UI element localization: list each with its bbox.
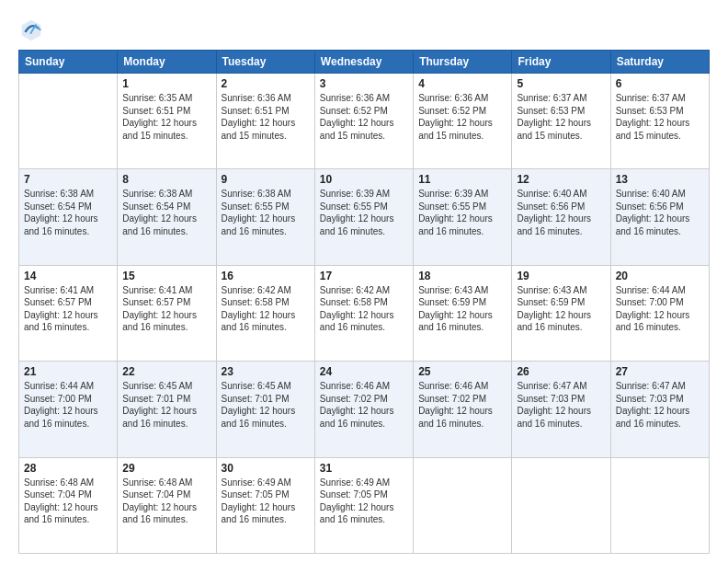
day-info: Sunrise: 6:44 AMSunset: 7:00 PMDaylight:… [24, 380, 112, 430]
day-number: 2 [222, 77, 310, 90]
weekday-header-thursday: Thursday [414, 51, 512, 74]
day-number: 14 [24, 270, 112, 282]
weekday-header-row: SundayMondayTuesdayWednesdayThursdayFrid… [19, 51, 710, 74]
day-info: Sunrise: 6:39 AMSunset: 6:55 PMDaylight:… [418, 188, 506, 237]
day-info: Sunrise: 6:44 AMSunset: 7:00 PMDaylight:… [616, 284, 704, 334]
day-number: 30 [222, 462, 310, 475]
calendar-cell [512, 457, 610, 553]
day-number: 5 [517, 77, 605, 90]
day-number: 3 [320, 77, 408, 90]
calendar-cell: 2Sunrise: 6:36 AMSunset: 6:51 PMDaylight… [216, 74, 314, 169]
calendar-cell: 13Sunrise: 6:40 AMSunset: 6:56 PMDayligh… [610, 169, 709, 265]
day-info: Sunrise: 6:48 AMSunset: 7:04 PMDaylight:… [122, 477, 210, 526]
calendar-cell: 23Sunrise: 6:45 AMSunset: 7:01 PMDayligh… [216, 362, 314, 457]
calendar-cell: 4Sunrise: 6:36 AMSunset: 6:52 PMDaylight… [414, 74, 512, 169]
day-info: Sunrise: 6:49 AMSunset: 7:05 PMDaylight:… [222, 477, 310, 526]
calendar-cell: 9Sunrise: 6:38 AMSunset: 6:55 PMDaylight… [216, 169, 314, 265]
day-info: Sunrise: 6:46 AMSunset: 7:02 PMDaylight:… [418, 380, 506, 430]
day-number: 20 [616, 270, 704, 282]
day-info: Sunrise: 6:45 AMSunset: 7:01 PMDaylight:… [222, 380, 310, 430]
day-number: 11 [418, 173, 506, 186]
day-number: 28 [24, 462, 112, 475]
day-number: 29 [122, 462, 210, 475]
weekday-header-monday: Monday [118, 51, 216, 74]
day-number: 26 [517, 365, 605, 378]
calendar-cell: 27Sunrise: 6:47 AMSunset: 7:03 PMDayligh… [610, 362, 709, 457]
day-number: 10 [320, 173, 408, 186]
day-info: Sunrise: 6:38 AMSunset: 6:54 PMDaylight:… [24, 188, 112, 237]
day-number: 15 [122, 270, 210, 282]
calendar-cell: 20Sunrise: 6:44 AMSunset: 7:00 PMDayligh… [610, 265, 709, 361]
weekday-header-friday: Friday [512, 51, 610, 74]
page: SundayMondayTuesdayWednesdayThursdayFrid… [0, 0, 728, 563]
day-number: 27 [616, 365, 704, 378]
calendar-cell: 21Sunrise: 6:44 AMSunset: 7:00 PMDayligh… [19, 362, 118, 457]
calendar-cell: 11Sunrise: 6:39 AMSunset: 6:55 PMDayligh… [414, 169, 512, 265]
day-info: Sunrise: 6:36 AMSunset: 6:51 PMDaylight:… [222, 92, 310, 142]
calendar-cell: 5Sunrise: 6:37 AMSunset: 6:53 PMDaylight… [512, 74, 610, 169]
calendar-cell: 14Sunrise: 6:41 AMSunset: 6:57 PMDayligh… [19, 265, 118, 361]
calendar-cell [414, 457, 512, 553]
day-info: Sunrise: 6:39 AMSunset: 6:55 PMDaylight:… [320, 188, 408, 237]
day-number: 24 [320, 365, 408, 378]
day-info: Sunrise: 6:40 AMSunset: 6:56 PMDaylight:… [517, 188, 605, 237]
day-info: Sunrise: 6:35 AMSunset: 6:51 PMDaylight:… [122, 92, 210, 142]
day-number: 17 [320, 270, 408, 282]
weekday-header-tuesday: Tuesday [216, 51, 314, 74]
weekday-header-saturday: Saturday [610, 51, 709, 74]
day-info: Sunrise: 6:47 AMSunset: 7:03 PMDaylight:… [517, 380, 605, 430]
calendar-cell: 26Sunrise: 6:47 AMSunset: 7:03 PMDayligh… [512, 362, 610, 457]
day-number: 1 [122, 77, 210, 90]
day-info: Sunrise: 6:47 AMSunset: 7:03 PMDaylight:… [616, 380, 704, 430]
weekday-header-wednesday: Wednesday [314, 51, 413, 74]
day-number: 13 [616, 173, 704, 186]
day-number: 9 [222, 173, 310, 186]
day-number: 18 [418, 270, 506, 282]
day-info: Sunrise: 6:43 AMSunset: 6:59 PMDaylight:… [517, 284, 605, 334]
day-number: 16 [222, 270, 310, 282]
calendar-table: SundayMondayTuesdayWednesdayThursdayFrid… [18, 50, 710, 554]
calendar-cell: 25Sunrise: 6:46 AMSunset: 7:02 PMDayligh… [414, 362, 512, 457]
calendar-cell: 29Sunrise: 6:48 AMSunset: 7:04 PMDayligh… [118, 457, 216, 553]
day-number: 19 [517, 270, 605, 282]
calendar-week-row: 7Sunrise: 6:38 AMSunset: 6:54 PMDaylight… [19, 169, 710, 265]
calendar-cell: 17Sunrise: 6:42 AMSunset: 6:58 PMDayligh… [314, 265, 413, 361]
day-info: Sunrise: 6:42 AMSunset: 6:58 PMDaylight:… [222, 284, 310, 334]
day-info: Sunrise: 6:42 AMSunset: 6:58 PMDaylight:… [320, 284, 408, 334]
day-number: 23 [222, 365, 310, 378]
day-info: Sunrise: 6:40 AMSunset: 6:56 PMDaylight:… [616, 188, 704, 237]
calendar-cell: 28Sunrise: 6:48 AMSunset: 7:04 PMDayligh… [19, 457, 118, 553]
day-info: Sunrise: 6:45 AMSunset: 7:01 PMDaylight:… [122, 380, 210, 430]
calendar-cell: 18Sunrise: 6:43 AMSunset: 6:59 PMDayligh… [414, 265, 512, 361]
day-number: 7 [24, 173, 112, 186]
calendar-week-row: 1Sunrise: 6:35 AMSunset: 6:51 PMDaylight… [19, 74, 710, 169]
calendar-cell: 22Sunrise: 6:45 AMSunset: 7:01 PMDayligh… [118, 362, 216, 457]
day-info: Sunrise: 6:36 AMSunset: 6:52 PMDaylight:… [320, 92, 408, 142]
calendar-cell: 7Sunrise: 6:38 AMSunset: 6:54 PMDaylight… [19, 169, 118, 265]
day-number: 12 [517, 173, 605, 186]
calendar-cell: 12Sunrise: 6:40 AMSunset: 6:56 PMDayligh… [512, 169, 610, 265]
calendar-cell: 1Sunrise: 6:35 AMSunset: 6:51 PMDaylight… [118, 74, 216, 169]
calendar-week-row: 14Sunrise: 6:41 AMSunset: 6:57 PMDayligh… [19, 265, 710, 361]
day-info: Sunrise: 6:41 AMSunset: 6:57 PMDaylight:… [122, 284, 210, 334]
day-info: Sunrise: 6:38 AMSunset: 6:55 PMDaylight:… [222, 188, 310, 237]
day-info: Sunrise: 6:46 AMSunset: 7:02 PMDaylight:… [320, 380, 408, 430]
day-info: Sunrise: 6:37 AMSunset: 6:53 PMDaylight:… [517, 92, 605, 142]
calendar-cell: 31Sunrise: 6:49 AMSunset: 7:05 PMDayligh… [314, 457, 413, 553]
day-info: Sunrise: 6:43 AMSunset: 6:59 PMDaylight:… [418, 284, 506, 334]
day-info: Sunrise: 6:41 AMSunset: 6:57 PMDaylight:… [24, 284, 112, 334]
calendar-cell: 10Sunrise: 6:39 AMSunset: 6:55 PMDayligh… [314, 169, 413, 265]
calendar-cell: 16Sunrise: 6:42 AMSunset: 6:58 PMDayligh… [216, 265, 314, 361]
day-number: 4 [418, 77, 506, 90]
day-number: 8 [122, 173, 210, 186]
calendar-week-row: 28Sunrise: 6:48 AMSunset: 7:04 PMDayligh… [19, 457, 710, 553]
day-number: 22 [122, 365, 210, 378]
svg-marker-0 [22, 20, 41, 40]
day-number: 31 [320, 462, 408, 475]
calendar-cell: 24Sunrise: 6:46 AMSunset: 7:02 PMDayligh… [314, 362, 413, 457]
day-info: Sunrise: 6:49 AMSunset: 7:05 PMDaylight:… [320, 477, 408, 526]
calendar-cell: 3Sunrise: 6:36 AMSunset: 6:52 PMDaylight… [314, 74, 413, 169]
calendar-cell [19, 74, 118, 169]
weekday-header-sunday: Sunday [19, 51, 118, 74]
day-number: 25 [418, 365, 506, 378]
